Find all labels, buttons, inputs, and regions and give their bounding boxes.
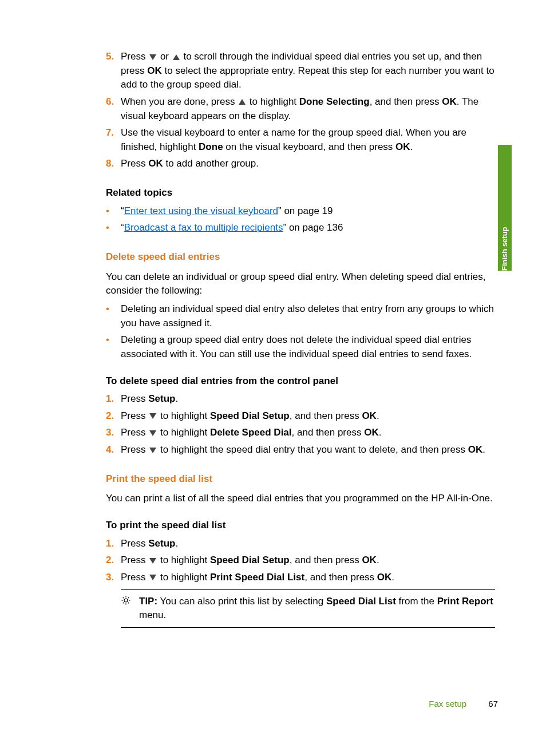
svg-line-6	[128, 602, 129, 603]
text: .	[410, 141, 413, 152]
step-body: Press Setup.	[121, 537, 495, 551]
delete-intro: You can delete an individual or group sp…	[106, 270, 495, 298]
step-number: 4.	[106, 443, 121, 457]
delete-speed-dial-label: Delete Speed Dial	[210, 427, 292, 438]
text: to highlight	[247, 96, 299, 107]
speed-dial-setup-label: Speed Dial Setup	[210, 555, 290, 565]
setup-label: Setup	[148, 538, 175, 549]
delete-section-heading: Delete speed dial entries	[106, 250, 495, 264]
text: , and then press	[290, 410, 362, 421]
bullet-icon: •	[106, 221, 121, 235]
step-body: Press to highlight Speed Dial Setup, and…	[121, 409, 495, 423]
related-body: “Broadcast a fax to multiple recipients”…	[121, 221, 343, 235]
ok-label: OK	[364, 427, 379, 438]
svg-line-8	[128, 597, 129, 598]
svg-point-0	[124, 599, 128, 602]
step-number: 3.	[106, 571, 121, 585]
bullet-icon: •	[106, 204, 121, 219]
text: .	[391, 572, 394, 583]
text: to highlight	[157, 410, 210, 421]
speed-dial-setup-label: Speed Dial Setup	[210, 410, 290, 421]
page-ref: on page 19	[282, 205, 333, 216]
tip-body: TIP: You can also print this list by sel…	[139, 595, 495, 623]
text: , and then press	[370, 96, 442, 107]
text: Press	[121, 444, 148, 455]
text: to highlight	[157, 572, 210, 583]
text: Press	[121, 427, 148, 438]
tip-box: TIP: You can also print this list by sel…	[121, 589, 495, 628]
text: .	[175, 393, 178, 404]
print-report-label: Print Report	[437, 596, 493, 607]
step-8: 8. Press OK to add another group.	[106, 157, 495, 171]
step-body: Press to highlight Speed Dial Setup, and…	[121, 553, 495, 568]
text: Press	[121, 538, 148, 549]
text: to add another group.	[163, 158, 259, 169]
step-number: 8.	[106, 157, 121, 171]
done-selecting-label: Done Selecting	[299, 96, 370, 107]
setup-label: Setup	[148, 393, 175, 404]
print-step-2: 2. Press to highlight Speed Dial Setup, …	[106, 553, 495, 568]
related-item: • “Broadcast a fax to multiple recipient…	[106, 221, 495, 235]
ok-label: OK	[468, 444, 483, 455]
text: Press	[121, 158, 148, 169]
bullet-text: Deleting a group speed dial entry does n…	[121, 333, 495, 361]
ok-label: OK	[147, 65, 162, 76]
ok-label: OK	[442, 96, 457, 107]
step-body: Press Setup.	[121, 392, 495, 406]
text: , and then press	[292, 427, 365, 438]
down-arrow-icon	[149, 54, 156, 60]
tip-label: TIP:	[139, 596, 157, 607]
delete-step-4: 4. Press to highlight the speed dial ent…	[106, 443, 495, 457]
delete-step-3: 3. Press to highlight Delete Speed Dial,…	[106, 426, 495, 440]
print-step-3: 3. Press to highlight Print Speed Dial L…	[106, 571, 495, 585]
up-arrow-icon	[173, 54, 180, 60]
ok-label: OK	[148, 158, 163, 169]
delete-proc-heading: To delete speed dial entries from the co…	[106, 374, 495, 389]
text: , and then press	[304, 572, 377, 583]
ok-label: OK	[362, 410, 377, 421]
text: to highlight	[157, 427, 210, 438]
page-footer: Fax setup 67	[429, 698, 498, 710]
up-arrow-icon	[239, 99, 246, 105]
step-number: 7.	[106, 126, 121, 154]
link-visual-keyboard[interactable]: Enter text using the visual keyboard	[124, 205, 278, 216]
print-proc-heading: To print the speed dial list	[106, 518, 495, 533]
step-5: 5. Press or to scroll through the indivi…	[106, 50, 495, 92]
text: menu.	[139, 609, 166, 620]
text: Press	[121, 555, 148, 565]
step-number: 3.	[106, 426, 121, 440]
text: .	[482, 444, 485, 455]
ok-label: OK	[377, 572, 392, 583]
text: You can also print this list by selectin…	[157, 596, 326, 607]
down-arrow-icon	[149, 448, 156, 453]
text: .	[175, 538, 178, 549]
step-body: Press to highlight the speed dial entry …	[121, 443, 495, 457]
text: .	[379, 427, 382, 438]
down-arrow-icon	[149, 413, 156, 419]
bullet-icon: •	[106, 333, 121, 361]
step-body: Press or to scroll through the individua…	[121, 50, 495, 92]
footer-section: Fax setup	[429, 699, 466, 708]
list-item: • Deleting a group speed dial entry does…	[106, 333, 495, 361]
text: .	[377, 410, 379, 421]
step-number: 5.	[106, 50, 121, 92]
print-section-heading: Print the speed dial list	[106, 472, 495, 486]
step-7: 7. Use the visual keyboard to enter a na…	[106, 126, 495, 154]
text: , and then press	[290, 555, 362, 565]
step-6: 6. When you are done, press to highlight…	[106, 95, 495, 123]
text: to highlight the speed dial entry that y…	[157, 444, 468, 455]
step-body: Press to highlight Delete Speed Dial, an…	[121, 426, 495, 440]
footer-page-number: 67	[488, 699, 498, 708]
step-number: 2.	[106, 553, 121, 568]
speed-dial-list-label: Speed Dial List	[326, 596, 396, 607]
text: Press	[121, 51, 148, 62]
step-number: 2.	[106, 409, 121, 423]
print-speed-dial-list-label: Print Speed Dial List	[210, 572, 304, 583]
text: to highlight	[157, 555, 210, 565]
down-arrow-icon	[149, 575, 156, 580]
svg-line-7	[123, 602, 124, 603]
down-arrow-icon	[149, 430, 156, 436]
text: Press	[121, 572, 148, 583]
side-tab: Finish setup	[498, 145, 512, 271]
link-broadcast-fax[interactable]: Broadcast a fax to multiple recipients	[124, 222, 283, 233]
